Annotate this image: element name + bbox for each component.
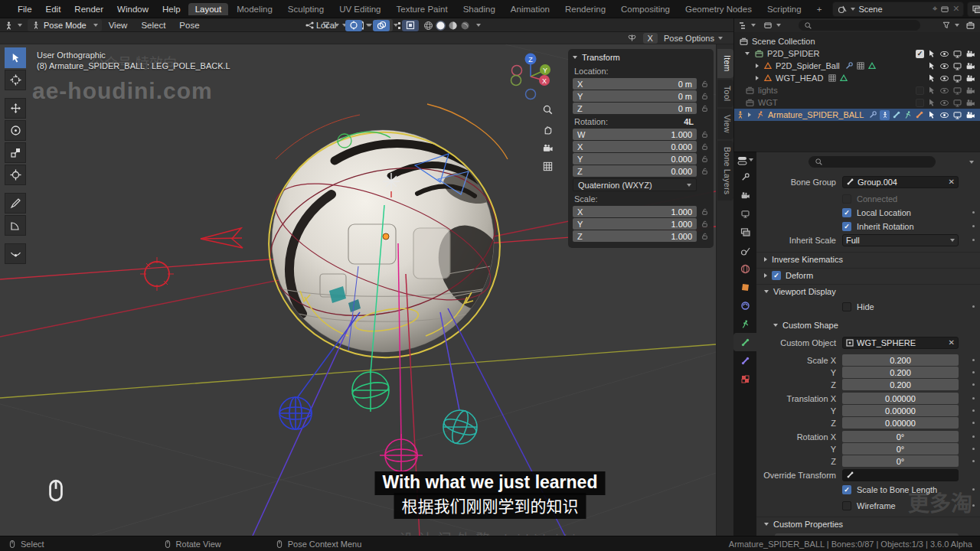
tab-compositing[interactable]: Compositing — [614, 3, 677, 15]
rotation-z-field[interactable]: Z0.000 — [573, 165, 697, 177]
overlays-toggle[interactable] — [373, 20, 390, 31]
tab-sculpting[interactable]: Sculpting — [281, 3, 331, 15]
tab-rendering[interactable]: Rendering — [558, 3, 612, 15]
monitor-icon[interactable] — [952, 98, 962, 108]
tab-output-props[interactable] — [733, 204, 756, 223]
custom-properties-header[interactable]: Custom Properties — [756, 517, 980, 530]
tab-geometry-nodes[interactable]: Geometry Nodes — [678, 3, 759, 15]
pan-hand-icon[interactable] — [545, 127, 551, 134]
custom-shape-translation-z[interactable]: 0.00000 — [842, 417, 959, 429]
tab-render-props[interactable] — [733, 186, 756, 204]
mirror-toggle[interactable] — [627, 33, 637, 43]
rotation-y-field[interactable]: Y0.000 — [573, 153, 697, 165]
tab-bone-props[interactable] — [733, 333, 756, 351]
outliner-row-spider-ball[interactable]: P2D_Spider_Ball — [734, 60, 980, 72]
mode-dropdown[interactable]: Pose Mode — [28, 19, 102, 31]
bone-sphere-blue[interactable] — [279, 397, 312, 429]
navigation-gizmo[interactable]: Z Y X — [501, 47, 563, 178]
render-camera-icon[interactable] — [965, 61, 975, 71]
tab-view[interactable]: View — [717, 109, 733, 139]
rotation-x-field[interactable]: X0.000 — [573, 141, 697, 152]
display-mode-dropdown[interactable] — [760, 18, 785, 32]
menu-pose[interactable]: Pose — [172, 21, 206, 30]
outliner-row-p2d-spider[interactable]: P2D_SPIDER ✓ — [734, 47, 980, 60]
editor-type-button[interactable] — [0, 18, 26, 32]
tab-scene-props[interactable] — [733, 241, 756, 259]
tab-material-props[interactable] — [733, 370, 756, 388]
render-camera-icon[interactable] — [965, 49, 975, 59]
tab-scripting[interactable]: Scripting — [760, 3, 808, 15]
custom-object-field[interactable]: WGT_SPHERE ✕ — [842, 337, 959, 349]
tab-animation[interactable]: Animation — [504, 3, 557, 15]
menu-window[interactable]: Window — [110, 5, 155, 14]
lock-icon[interactable] — [701, 130, 709, 139]
collection-checkbox[interactable]: ✓ — [916, 50, 924, 58]
outliner-row-wgt[interactable]: WGT — [734, 96, 980, 109]
menu-view[interactable]: View — [102, 21, 135, 30]
eye-icon[interactable] — [939, 86, 949, 96]
lock-icon[interactable] — [701, 155, 709, 163]
outliner-editor-type[interactable] — [734, 18, 760, 32]
tool-cursor[interactable] — [5, 70, 26, 90]
tab-bone-layers[interactable]: Bone Layers — [717, 141, 733, 201]
eye-icon[interactable] — [939, 73, 949, 83]
chevron-down-icon[interactable] — [969, 161, 974, 164]
lock-icon[interactable] — [701, 232, 709, 240]
render-camera-icon[interactable] — [965, 86, 975, 96]
shading-wireframe-icon[interactable] — [423, 21, 433, 31]
cursor-icon[interactable] — [927, 49, 936, 58]
cursor-icon[interactable] — [927, 73, 936, 83]
hide-checkbox[interactable] — [842, 302, 851, 311]
close-icon[interactable]: ✕ — [952, 4, 959, 14]
xray-toggle[interactable] — [402, 20, 419, 31]
new-collection-icon[interactable] — [965, 21, 975, 31]
collection-checkbox[interactable] — [916, 86, 924, 95]
properties-search[interactable] — [808, 156, 936, 168]
shading-solid-icon[interactable] — [436, 21, 446, 31]
viewport-display-header[interactable]: Viewport Display — [756, 284, 980, 298]
tab-bone-constraint-props[interactable] — [733, 351, 756, 370]
visibility-dropdown[interactable] — [318, 18, 343, 32]
properties-editor-type[interactable] — [733, 152, 756, 168]
local-location-checkbox[interactable] — [842, 208, 851, 217]
custom-shape-translation-x[interactable]: 0.00000 — [842, 393, 959, 404]
cursor-icon[interactable] — [927, 110, 936, 119]
outliner-row-armature[interactable]: Armature_SPIDER_BALL — [734, 109, 980, 121]
custom-shape-translation-y[interactable]: 0.00000 — [842, 405, 959, 416]
eye-icon[interactable] — [939, 98, 949, 108]
tab-texture-paint[interactable]: Texture Paint — [390, 3, 455, 15]
cursor-icon[interactable] — [927, 61, 936, 70]
tool-annotate[interactable] — [5, 193, 26, 214]
axis-x-neg[interactable] — [512, 66, 522, 76]
render-camera-icon[interactable] — [965, 98, 975, 108]
custom-shape-scale-z[interactable]: 0.200 — [842, 379, 959, 390]
tool-pose-breakdowner[interactable] — [5, 243, 26, 264]
tab-object-data-props[interactable] — [733, 315, 756, 333]
tab-shading[interactable]: Shading — [456, 3, 502, 15]
outliner-row-scene-collection[interactable]: Scene Collection — [734, 35, 980, 47]
tool-measure[interactable] — [5, 215, 26, 236]
tab-item[interactable]: Item — [717, 49, 733, 78]
shading-rendered-icon[interactable] — [460, 21, 470, 31]
scale-y-field[interactable]: Y1.000 — [573, 218, 697, 230]
custom-shape-scale-y[interactable]: 0.200 — [842, 367, 959, 378]
menu-file[interactable]: File — [11, 5, 39, 14]
inverse-kinematics-header[interactable]: Inverse Kinematics — [756, 252, 980, 266]
monitor-icon[interactable] — [952, 49, 962, 59]
deform-checkbox[interactable] — [772, 271, 781, 280]
rotation-w-field[interactable]: W1.000 — [573, 129, 697, 140]
bone-group-field[interactable]: Group.004 ✕ — [842, 176, 959, 188]
inherit-rotation-checkbox[interactable] — [842, 222, 851, 231]
scene-selector[interactable]: Scene ⌖ ✕ — [832, 2, 964, 17]
lock-icon[interactable] — [701, 207, 709, 216]
location-y-field[interactable]: Y0 m — [573, 90, 697, 102]
add-workspace-button[interactable]: + — [810, 3, 829, 15]
location-x-field[interactable]: X0 m — [573, 78, 697, 90]
tool-select-box[interactable] — [5, 47, 26, 68]
menu-render[interactable]: Render — [67, 5, 110, 14]
lock-icon[interactable] — [701, 167, 709, 175]
wireframe-checkbox[interactable] — [842, 501, 851, 510]
tool-transform[interactable] — [5, 165, 26, 185]
eye-icon[interactable] — [939, 110, 949, 120]
tab-modeling[interactable]: Modeling — [230, 3, 279, 15]
